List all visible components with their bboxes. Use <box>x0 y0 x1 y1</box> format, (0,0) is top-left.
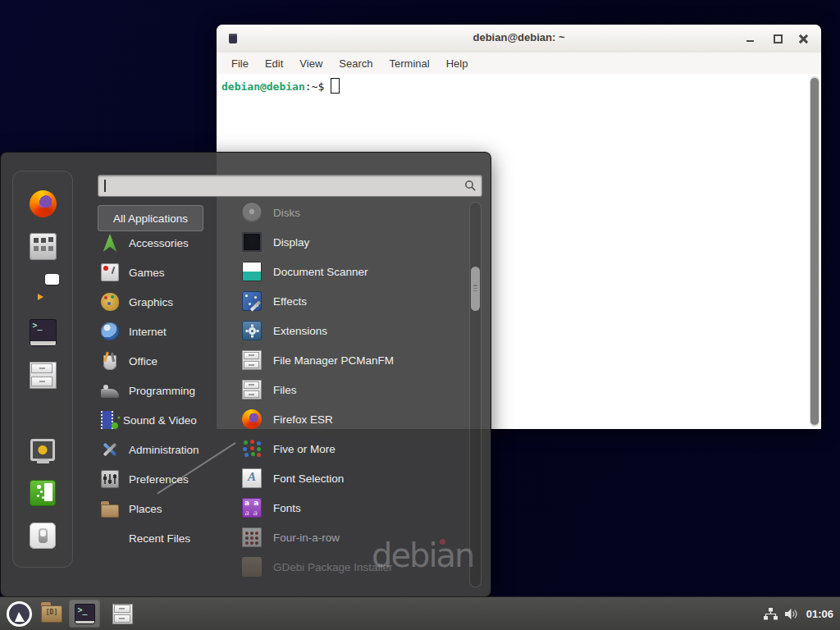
app-files[interactable]: Files <box>237 375 465 404</box>
category-internet[interactable]: Internet <box>93 317 220 346</box>
maximize-button[interactable] <box>769 30 787 48</box>
volume-icon[interactable] <box>785 608 799 620</box>
network-icon[interactable] <box>764 608 778 620</box>
category-accessories[interactable]: Accessories <box>93 228 220 258</box>
logout-icon <box>30 480 56 506</box>
system-tray: 01:06 <box>764 597 833 630</box>
category-sound-video[interactable]: Sound & Video <box>93 405 220 435</box>
favorite-pidgin[interactable] <box>28 275 57 304</box>
accessories-icon <box>101 234 119 252</box>
favorite-firefox[interactable] <box>28 189 57 218</box>
shutdown-button[interactable] <box>28 521 57 550</box>
disks-icon <box>242 203 262 222</box>
logout-button[interactable] <box>28 478 57 508</box>
terminal-menu-view[interactable]: View <box>291 55 331 72</box>
app-label: Five or More <box>273 443 336 455</box>
programming-icon <box>101 389 119 398</box>
games-icon <box>101 263 119 281</box>
app-label: Font Selection <box>273 472 344 485</box>
taskbar-file-manager[interactable] <box>36 600 67 628</box>
app-label: Disks <box>273 207 300 219</box>
firefox-icon <box>242 409 262 429</box>
terminal-menu-edit[interactable]: Edit <box>257 55 291 72</box>
cabinet-icon <box>242 350 262 370</box>
category-label: Administration <box>129 444 199 456</box>
menu-scrollbar-thumb[interactable] <box>471 267 480 311</box>
menu-launcher-button[interactable] <box>3 600 34 628</box>
category-administration[interactable]: Administration <box>93 435 220 464</box>
soundvideo-icon <box>101 411 113 429</box>
terminal-menu-file[interactable]: File <box>223 55 257 72</box>
cabinet-icon <box>242 380 262 399</box>
terminal-menu-terminal[interactable]: Terminal <box>381 55 438 72</box>
favorite-package-manager[interactable] <box>28 231 57 261</box>
category-preferences[interactable]: Preferences <box>93 464 220 494</box>
admin-icon <box>101 441 119 459</box>
graphics-icon <box>101 293 119 311</box>
app-firefox-esr[interactable]: Firefox ESR <box>237 404 465 434</box>
category-programming[interactable]: Programming <box>93 376 220 405</box>
category-recent-files[interactable]: Recent Files <box>93 523 220 553</box>
terminal-scrollbar-thumb[interactable] <box>810 78 819 425</box>
category-places[interactable]: Places <box>93 494 220 523</box>
app-label: Extensions <box>273 325 327 337</box>
minimize-button[interactable] <box>742 30 760 48</box>
category-list: AccessoriesGamesGraphicsInternetOfficePr… <box>93 228 220 553</box>
category-office[interactable]: Office <box>93 346 220 376</box>
display-icon <box>242 232 262 252</box>
terminal-scrollbar[interactable] <box>810 76 819 427</box>
app-label: GDebi Package Installer <box>273 561 393 573</box>
taskbar-terminal[interactable] <box>69 600 100 628</box>
file-cabinet-icon <box>112 604 133 624</box>
prompt-suffix: :~$ <box>305 80 324 93</box>
five-icon <box>242 439 262 459</box>
favorite-file-manager[interactable] <box>28 360 57 390</box>
close-button[interactable] <box>795 30 813 48</box>
terminal-menu-search[interactable]: Search <box>331 55 381 72</box>
keyboard-icon <box>30 233 57 260</box>
app-disks[interactable]: Disks <box>237 198 465 227</box>
terminal-cursor <box>331 78 340 94</box>
app-display[interactable]: Display <box>237 227 465 257</box>
app-extensions[interactable]: Extensions <box>237 316 465 345</box>
extensions-icon <box>242 321 262 340</box>
app-label: Firefox ESR <box>273 413 333 426</box>
menu-scrollbar[interactable] <box>469 202 482 587</box>
app-effects[interactable]: Effects <box>237 286 465 316</box>
text-caret <box>104 180 106 192</box>
fourrow-icon <box>242 527 262 547</box>
terminal-menubar: FileEditViewSearchTerminalHelp <box>217 52 821 74</box>
start-menu: debian All Applications AccessoriesGames… <box>0 152 491 597</box>
terminal-menu-help[interactable]: Help <box>438 55 477 72</box>
category-label: Graphics <box>129 296 173 308</box>
category-label: Accessories <box>129 237 189 249</box>
app-fonts[interactable]: Fonts <box>237 493 465 523</box>
app-gdebi-package-installer[interactable]: GDebi Package Installer <box>237 552 465 582</box>
search-box[interactable] <box>98 175 482 197</box>
clock[interactable]: 01:06 <box>806 608 833 620</box>
category-games[interactable]: Games <box>93 258 220 287</box>
category-label: Internet <box>129 326 167 338</box>
terminal-icon <box>30 319 57 346</box>
app-font-selection[interactable]: Font Selection <box>237 463 465 493</box>
terminal-titlebar[interactable]: debian@debian: ~ <box>217 25 821 53</box>
app-five-or-more[interactable]: Five or More <box>237 434 465 463</box>
favorite-terminal[interactable] <box>28 317 57 347</box>
category-label: Games <box>129 267 165 279</box>
pidgin-icon <box>30 276 57 304</box>
prompt-user-host: debian@debian <box>221 80 305 93</box>
taskbar-files[interactable] <box>107 600 138 628</box>
lock-screen-button[interactable] <box>28 436 57 465</box>
terminal-prompt: debian@debian:~$ <box>221 78 340 94</box>
app-label: Effects <box>273 295 307 308</box>
app-four-in-a-row[interactable]: Four-in-a-row <box>237 523 465 552</box>
lockmon-icon <box>30 437 56 463</box>
gdebi-icon <box>242 557 262 577</box>
app-label: Four-in-a-row <box>273 532 340 544</box>
app-document-scanner[interactable]: Document Scanner <box>237 257 465 286</box>
search-input[interactable] <box>105 177 460 193</box>
desktop: debian@debian: ~ FileEditViewSearchTermi… <box>0 0 840 630</box>
application-list: DisksDisplayDocument ScannerEffectsExten… <box>237 198 465 582</box>
app-file-manager-pcmanfm[interactable]: File Manager PCManFM <box>237 345 465 375</box>
category-graphics[interactable]: Graphics <box>93 287 220 317</box>
